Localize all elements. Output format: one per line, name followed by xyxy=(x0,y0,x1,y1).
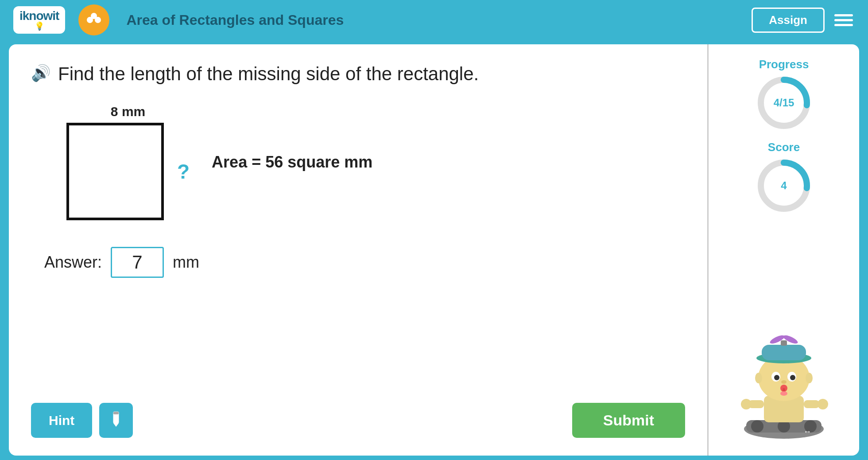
character-area: ↔ xyxy=(722,327,846,442)
svg-marker-4 xyxy=(113,423,119,427)
answer-label: Answer: xyxy=(44,253,102,272)
arrow-icon: ↔ xyxy=(803,427,811,436)
dots-icon xyxy=(84,10,104,30)
hamburger-button[interactable] xyxy=(833,12,855,28)
propeller-base xyxy=(781,340,787,346)
character-illustration: ↔ xyxy=(722,327,846,442)
missing-side-question-mark: ? xyxy=(177,160,190,183)
logo-text: iknowit xyxy=(19,10,59,22)
submit-button[interactable]: Submit xyxy=(572,403,685,438)
bottom-left-buttons: Hint xyxy=(31,403,133,438)
progress-label: 4/15 xyxy=(774,97,794,109)
nose xyxy=(781,380,787,384)
hamburger-line xyxy=(834,19,853,21)
right-hand xyxy=(818,399,828,409)
logo-area: iknowit 💡 xyxy=(13,6,65,34)
lesson-icon xyxy=(78,4,109,35)
diagram-area: 8 mm ? Area = 56 square mm xyxy=(66,104,685,220)
score-donut: 4 xyxy=(755,157,813,214)
hamburger-line xyxy=(834,24,853,26)
assign-button[interactable]: Assign xyxy=(752,8,825,33)
logo-bulb-icon: 💡 xyxy=(35,22,44,30)
rectangle-shape xyxy=(66,123,164,220)
left-hand xyxy=(741,399,752,409)
pencil-button[interactable] xyxy=(99,403,133,438)
answer-unit: mm xyxy=(173,253,199,272)
question-area: 🔊 Find the length of the missing side of… xyxy=(31,62,685,86)
header: iknowit 💡 Area of Rectangles and Squares… xyxy=(0,0,868,40)
score-title: Score xyxy=(768,140,800,154)
pacifier-shield xyxy=(780,391,787,396)
score-label: 4 xyxy=(781,179,787,192)
progress-donut: 4/15 xyxy=(755,74,813,132)
hint-button[interactable]: Hint xyxy=(31,403,92,438)
progress-section: Progress 4/15 xyxy=(755,58,813,132)
right-ear xyxy=(806,373,813,383)
score-section: Score 4 xyxy=(755,140,813,214)
answer-area: Answer: mm xyxy=(44,247,685,278)
right-arm xyxy=(804,400,819,408)
svg-rect-5 xyxy=(113,412,119,414)
pencil-icon xyxy=(109,411,123,427)
right-pupil xyxy=(790,375,795,380)
wheel1 xyxy=(751,420,763,433)
svg-point-2 xyxy=(91,13,97,19)
answer-input[interactable] xyxy=(111,247,164,278)
sound-icon[interactable]: 🔊 xyxy=(31,64,51,82)
left-ear xyxy=(755,373,762,383)
bottom-buttons: Hint Submit xyxy=(31,394,685,438)
lesson-title: Area of Rectangles and Squares xyxy=(126,12,743,28)
top-side-label: 8 mm xyxy=(111,104,145,119)
rectangle-container: 8 mm ? xyxy=(66,104,190,220)
main-content: 🔊 Find the length of the missing side of… xyxy=(9,44,859,456)
question-text: Find the length of the missing side of t… xyxy=(58,62,479,86)
hat-body xyxy=(762,345,806,360)
left-pupil xyxy=(774,375,779,380)
progress-title: Progress xyxy=(759,58,809,71)
header-right: Assign xyxy=(752,8,855,33)
hamburger-line xyxy=(834,14,853,16)
rect-with-question: ? xyxy=(66,123,190,220)
area-label: Area = 56 square mm xyxy=(212,153,372,172)
left-panel: 🔊 Find the length of the missing side of… xyxy=(9,44,707,456)
logo-box: iknowit 💡 xyxy=(13,6,65,34)
right-panel: Progress 4/15 Score 4 xyxy=(709,44,859,456)
